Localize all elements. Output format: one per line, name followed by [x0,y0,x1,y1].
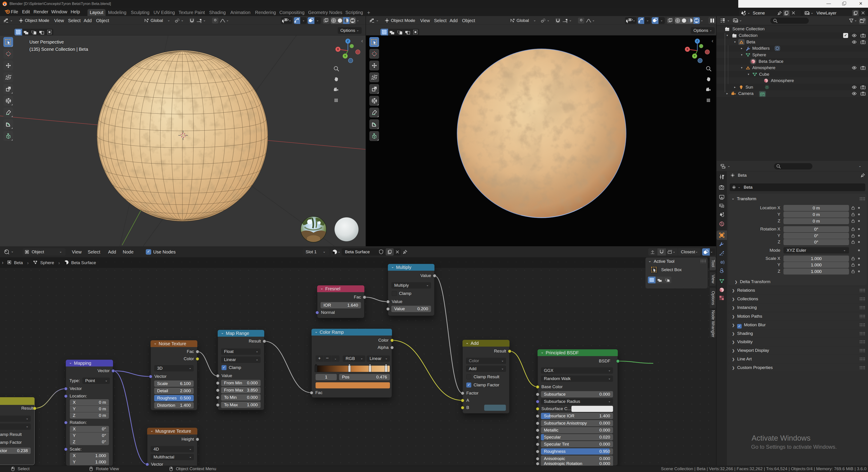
svg-text:Z: Z [347,39,348,43]
svg-text:X: X [686,48,688,51]
svg-text:X: X [337,48,339,51]
svg-text:Z: Z [696,39,698,43]
svg-text:Y: Y [344,55,346,58]
svg-text:Y: Y [694,55,695,58]
